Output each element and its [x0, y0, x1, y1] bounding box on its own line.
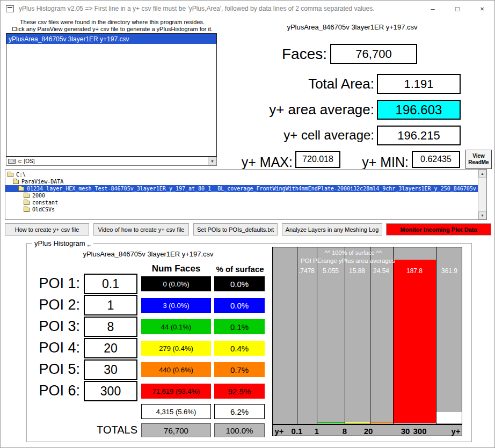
yplus-max-label: y+ MAX: — [217, 155, 293, 170]
tree-scrollbar[interactable]: ▲ ▼ — [478, 170, 486, 219]
poi-3-numfaces: 44 (0.1%) — [141, 319, 211, 334]
histogram-chart: ^^ 100% of surface ^^ POI PErange yPlus … — [272, 247, 462, 436]
totals-label: TOTALS — [54, 424, 137, 436]
how-to-create-csv-button[interactable]: How to create y+ csv file — [5, 223, 89, 236]
poi-2-label: POI 2: — [20, 297, 80, 313]
chart-gridline — [297, 247, 297, 424]
chart-gridline — [393, 247, 394, 424]
poi-5-input[interactable] — [84, 359, 137, 380]
range-average-1: .7478 — [299, 267, 315, 275]
title-bar: yPlus Histogram v2.05 => First line in a… — [1, 1, 494, 17]
poi-1-input[interactable] — [84, 274, 137, 294]
poi-4-input[interactable] — [84, 338, 137, 358]
tree-item-label: C:\ — [16, 172, 26, 178]
tree-item-oldcsvs[interactable]: OldCSVs — [24, 206, 55, 213]
csv-file-item-selected[interactable]: yPlusArea_846705v 3layer1ER y+197.csv — [6, 34, 216, 44]
poi-2-pct: 0.0% — [214, 298, 265, 313]
x-axis-label-yplus-left: y+ — [274, 427, 283, 436]
poi-1-pct: 0.0% — [214, 276, 265, 291]
poi-5-label: POI 5: — [20, 361, 80, 378]
scroll-down-icon[interactable]: ▼ — [478, 211, 486, 219]
scroll-up-icon[interactable]: ▲ — [478, 170, 486, 178]
histogram-file-title: yPlusArea_846705v 3layer1ER y+197.csv — [65, 250, 231, 258]
tree-item-root[interactable]: C:\ — [8, 171, 26, 178]
x-axis-label-20: 20 — [364, 427, 373, 436]
folder-icon — [18, 187, 24, 191]
chart-title: ^^ 100% of surface ^^ — [289, 249, 418, 256]
tree-item-selected[interactable]: 01234_layer_HEX_mesh_Test-846705v_3layer… — [5, 185, 478, 192]
chart-bar-above-300 — [436, 412, 462, 423]
poi-2-numfaces: 3 (0.0%) — [141, 298, 211, 313]
area-average-value: 196.603 — [377, 100, 461, 120]
x-axis-label-30: 30 — [401, 427, 410, 436]
poi-3-pct: 0.1% — [214, 319, 265, 334]
poi-5-numfaces: 440 (0.6%) — [141, 362, 211, 377]
folder-icon — [8, 173, 13, 177]
tree-item-paraview-data[interactable]: ParaView-DATA — [13, 178, 63, 185]
x-axis-label-8: 8 — [343, 427, 347, 436]
chart-x-axis — [273, 424, 462, 425]
set-pois-defaults-button[interactable]: Set POIs to POIs_defaults.txt — [193, 223, 278, 236]
tree-item-label: OldCSVs — [32, 207, 55, 212]
app-window: yPlus Histogram v2.05 => First line in a… — [0, 0, 495, 448]
yplus-min-value: 0.62435 — [412, 151, 460, 168]
video-how-to-button[interactable]: Video of how to create y+ csv file — [93, 223, 189, 236]
monitor-plot-data-button[interactable]: Monitor Incoming Plot Data — [386, 223, 491, 236]
drive-dropdown-arrow[interactable]: ▼ — [208, 157, 216, 165]
poi-4-label: POI 4: — [20, 340, 80, 356]
range-average-3: 15.88 — [349, 267, 365, 275]
window-controls: – □ × — [420, 1, 494, 17]
tree-item-2000[interactable]: 2000 — [24, 192, 45, 199]
tree-item-constant[interactable]: constant — [24, 199, 58, 206]
close-button[interactable]: × — [470, 1, 494, 17]
window-title: yPlus Histogram v2.05 => First line in a… — [19, 5, 375, 12]
directory-tree[interactable]: C:\ ParaView-DATA 01234_layer_HEX_mesh_T… — [5, 169, 487, 220]
chart-subtitle: POI PErange yPlus area averages — [278, 258, 418, 264]
chart-bar-8-20 — [345, 422, 370, 423]
poi-3-input[interactable] — [84, 317, 137, 337]
chart-bar-20-30 — [370, 422, 393, 423]
faces-label: Faces: — [248, 46, 327, 63]
pct-surface-header: % of surface — [214, 265, 266, 274]
totals-pct: 100.0% — [214, 423, 265, 437]
view-readme-button[interactable]: View ReadMe — [465, 150, 492, 169]
maximize-button[interactable]: □ — [445, 1, 470, 17]
poi-6-input[interactable] — [84, 381, 137, 401]
poi-6-pct: 92.5% — [214, 384, 265, 399]
chart-gridline — [436, 247, 436, 424]
range-average-5: 187.8 — [406, 267, 423, 275]
drive-label: c: [OS] — [18, 158, 35, 164]
num-faces-header: Num Faces — [141, 263, 211, 274]
chart-bar-30-300 — [393, 260, 436, 423]
analyze-layers-button[interactable]: Analyze Layers in any Meshing Log — [282, 223, 382, 236]
histogram-group-title: yPlus Histogram ,. — [32, 239, 93, 247]
poi-2-input[interactable] — [84, 295, 137, 315]
drive-selector[interactable]: c: [OS] ▼ — [6, 157, 217, 166]
range-average-4: 24.54 — [373, 267, 389, 275]
chart-gridline — [345, 247, 345, 424]
chart-gridline — [317, 247, 317, 424]
folder-icon — [13, 180, 19, 184]
faces-value: 76,700 — [330, 44, 417, 64]
folder-icon — [24, 194, 30, 198]
tree-item-label: 01234_layer_HEX_mesh_Test-846705v_3layer… — [27, 186, 476, 192]
instructions: These csv files were found in the direct… — [7, 19, 217, 33]
overflow-pct: 6.2% — [214, 404, 265, 419]
yplus-min-label: y+ MIN: — [343, 155, 409, 170]
cell-average-value: 196.215 — [377, 126, 461, 145]
tree-item-label: 2000 — [32, 193, 45, 199]
x-axis-label-1: 1 — [315, 427, 319, 436]
area-average-label: y+ area average: — [226, 101, 374, 118]
yplus-max-value: 720.018 — [295, 151, 340, 168]
totals-numfaces: 76,700 — [141, 423, 211, 437]
total-area-label: Total Area: — [248, 76, 374, 92]
range-average-2: 5.055 — [323, 267, 339, 275]
csv-file-list[interactable]: yPlusArea_846705v 3layer1ER y+197.csv — [6, 33, 217, 157]
minimize-button[interactable]: – — [420, 1, 445, 17]
app-icon — [6, 5, 14, 12]
poi-4-pct: 0.4% — [214, 341, 265, 356]
chart-gridline — [370, 247, 370, 424]
cell-average-label: y+ cell average: — [226, 128, 374, 143]
x-axis-label-300: 300 — [413, 427, 426, 436]
poi-1-label: POI 1: — [20, 275, 80, 292]
